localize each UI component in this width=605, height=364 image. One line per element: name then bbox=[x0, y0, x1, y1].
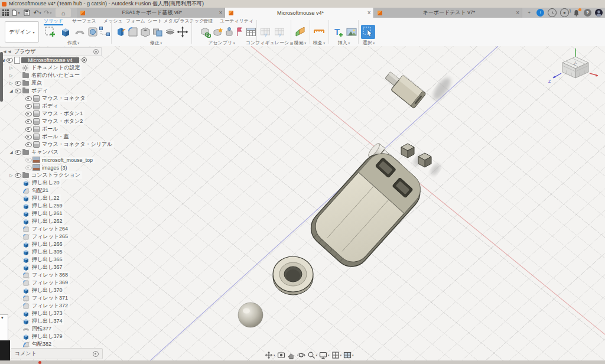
redo-icon[interactable]: ↷▾ bbox=[43, 8, 53, 17]
construct-plane-icon[interactable] bbox=[294, 25, 307, 39]
feature-item[interactable]: 押し出し370 bbox=[0, 287, 102, 294]
browser-tree-item[interactable]: ボール bbox=[0, 125, 102, 133]
ribbon-tab[interactable]: シート メタル bbox=[148, 18, 178, 24]
tab-close-icon[interactable]: × bbox=[367, 9, 371, 16]
visibility-eye-icon[interactable] bbox=[25, 104, 32, 109]
group-label-modify[interactable]: 修正 bbox=[150, 40, 162, 46]
expand-arrow[interactable] bbox=[8, 81, 14, 86]
feature-item[interactable]: 押し出し22 bbox=[0, 194, 102, 202]
new-tab-button[interactable]: + bbox=[525, 9, 533, 17]
split-body-icon[interactable] bbox=[164, 25, 177, 39]
group-label-select[interactable]: 選択 bbox=[363, 40, 375, 46]
job-status-icon[interactable]: ↑ bbox=[536, 9, 544, 17]
avatar[interactable] bbox=[595, 9, 603, 17]
fillet-icon[interactable] bbox=[126, 25, 139, 39]
comment-bar[interactable]: コメント bbox=[11, 348, 103, 359]
browser-tree-item[interactable]: キャンバス bbox=[0, 148, 102, 156]
feature-item[interactable]: 押し出し266 bbox=[0, 240, 102, 248]
browser-tree-item[interactable]: マウス・コネクタ・シリアル bbox=[0, 141, 102, 148]
visibility-eye-icon[interactable] bbox=[15, 81, 21, 86]
expand-arrow[interactable] bbox=[8, 89, 14, 93]
visibility-eye-icon[interactable] bbox=[15, 173, 21, 178]
browser-tree-item[interactable]: コンストラクション bbox=[0, 171, 102, 179]
new-component-icon[interactable] bbox=[199, 25, 212, 39]
feature-item[interactable]: 押し出し305 bbox=[0, 248, 102, 256]
browser-tree-item[interactable]: ボディ bbox=[0, 87, 102, 95]
browser-tree-item[interactable]: microsoft_mouse_top bbox=[0, 156, 102, 164]
visibility-eye-icon[interactable] bbox=[25, 142, 32, 147]
display-settings-icon[interactable]: ▾ bbox=[319, 351, 330, 359]
workspace-selector[interactable]: デザイン▾ bbox=[5, 21, 39, 43]
browser-tree-item[interactable]: images (3) bbox=[0, 164, 102, 171]
ribbon-tab[interactable]: 管理 bbox=[203, 18, 213, 24]
expand-arrow[interactable] bbox=[8, 66, 14, 70]
comment-options-icon[interactable] bbox=[93, 351, 99, 357]
expand-arrow[interactable] bbox=[8, 150, 14, 155]
fit-icon[interactable]: ▾ bbox=[265, 351, 275, 359]
motion-link-icon[interactable] bbox=[235, 25, 244, 39]
feature-item[interactable]: 押し出し379 bbox=[0, 333, 102, 340]
feature-item[interactable]: 押し出し20 bbox=[0, 179, 102, 187]
orbit-icon[interactable] bbox=[297, 351, 305, 359]
feature-item[interactable]: フィレット264 bbox=[0, 225, 102, 233]
group-label-insert[interactable]: 挿入 bbox=[338, 40, 350, 46]
visibility-eye-icon[interactable] bbox=[25, 96, 32, 101]
shell-icon[interactable] bbox=[139, 25, 152, 39]
zoom-icon[interactable]: ▾ bbox=[307, 351, 318, 359]
browser-tree-item[interactable]: マウス・コネクタ bbox=[0, 95, 102, 102]
undo-icon[interactable]: ↶▾ bbox=[32, 8, 43, 17]
feature-item[interactable]: フィレット369 bbox=[0, 279, 102, 287]
browser-tree-item[interactable]: ボール・蓋 bbox=[0, 133, 102, 141]
help-icon[interactable]: ? bbox=[584, 9, 591, 17]
pipe-icon[interactable] bbox=[98, 25, 111, 39]
visibility-eye-icon[interactable] bbox=[25, 127, 32, 132]
look-at-icon[interactable] bbox=[277, 351, 285, 359]
live-session-icon[interactable]: ●1 bbox=[560, 8, 569, 17]
press-pull-icon[interactable] bbox=[114, 25, 127, 39]
browser-scrollbar[interactable] bbox=[0, 52, 3, 102]
sync-clock-icon[interactable] bbox=[548, 8, 557, 17]
joint-icon[interactable] bbox=[212, 25, 225, 39]
save-icon[interactable] bbox=[21, 8, 32, 17]
new-file-icon[interactable]: ▾ bbox=[11, 8, 21, 17]
browser-tree-item[interactable]: マウス・ボタン2 bbox=[0, 118, 102, 125]
sweep-icon[interactable] bbox=[86, 25, 99, 39]
measure-icon[interactable] bbox=[313, 25, 326, 39]
browser-tree-item[interactable]: 原点 bbox=[0, 79, 102, 87]
feature-item[interactable]: フィレット372 bbox=[0, 302, 102, 310]
select-icon[interactable] bbox=[361, 25, 375, 39]
document-tab[interactable]: FSA1キーボード基板 v8* × bbox=[77, 8, 225, 18]
document-tab[interactable]: キーボードテスト v7* × bbox=[374, 8, 522, 18]
revolve-icon[interactable] bbox=[73, 25, 86, 39]
visibility-eye-icon[interactable] bbox=[6, 58, 13, 63]
app-grid-icon[interactable] bbox=[0, 8, 11, 17]
visibility-eye-icon[interactable] bbox=[25, 112, 32, 116]
tab-close-icon[interactable]: × bbox=[516, 9, 519, 16]
insert-decal-icon[interactable]: T bbox=[333, 25, 346, 39]
visibility-eye-icon[interactable] bbox=[25, 119, 32, 124]
feature-item[interactable]: 回転377 bbox=[0, 325, 102, 333]
move-icon[interactable] bbox=[176, 25, 189, 39]
extrude-icon[interactable] bbox=[59, 25, 72, 39]
notification-bell-icon[interactable] bbox=[573, 9, 580, 17]
ribbon-tab[interactable]: メッシュ bbox=[103, 18, 123, 24]
view-cube[interactable]: 上 Z bbox=[547, 48, 600, 91]
feature-item[interactable]: 勾配382 bbox=[0, 340, 102, 348]
insert-canvas-icon[interactable] bbox=[345, 25, 358, 39]
feature-item[interactable]: フィレット265 bbox=[0, 233, 102, 240]
group-label-assemble[interactable]: アセンブリ bbox=[208, 40, 235, 46]
document-tab[interactable]: Microsoftmouse v4* × bbox=[225, 8, 373, 18]
feature-item[interactable]: 勾配21 bbox=[0, 187, 102, 194]
browser-tree-item[interactable]: Microsoftmouse v4 bbox=[0, 56, 102, 64]
feature-item[interactable]: フィレット371 bbox=[0, 294, 102, 302]
feature-item[interactable]: 押し出し261 bbox=[0, 210, 102, 217]
ribbon-tab[interactable]: ユーティリティ bbox=[220, 18, 253, 24]
activate-component-radio[interactable] bbox=[82, 57, 87, 63]
create-sketch-icon[interactable] bbox=[44, 25, 57, 39]
ribbon-tab[interactable]: サーフェス bbox=[72, 18, 96, 24]
expand-arrow[interactable] bbox=[8, 173, 14, 178]
browser-options-icon[interactable] bbox=[93, 49, 99, 54]
ribbon-tab[interactable]: フォーム bbox=[126, 18, 145, 24]
grid-snap-icon[interactable]: ▾ bbox=[331, 351, 342, 359]
browser-tree-item[interactable]: 名前の付いたビュー bbox=[0, 72, 102, 79]
